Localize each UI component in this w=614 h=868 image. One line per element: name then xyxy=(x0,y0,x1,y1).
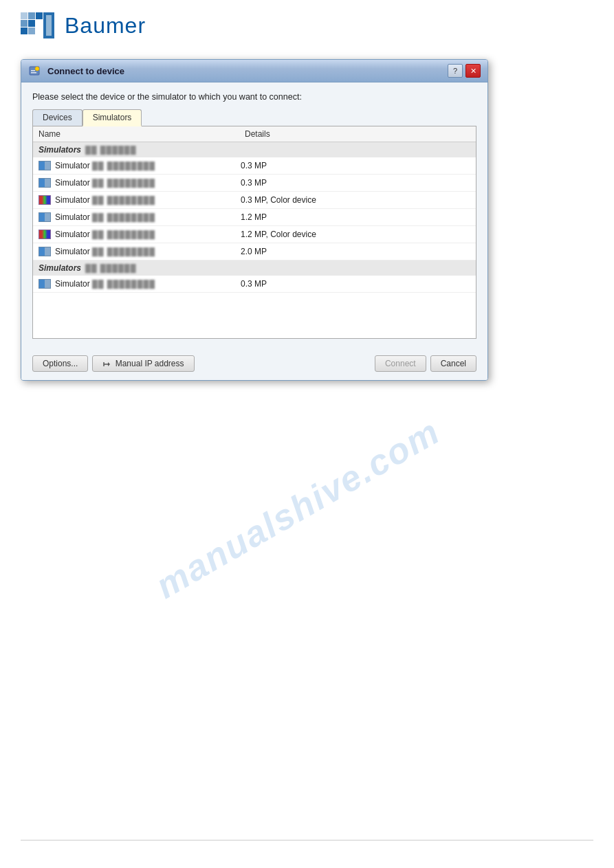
connect-button[interactable]: Connect xyxy=(375,355,426,372)
svg-point-10 xyxy=(35,67,39,71)
svg-rect-5 xyxy=(21,27,28,34)
svg-rect-6 xyxy=(28,27,35,34)
svg-rect-8 xyxy=(46,15,52,36)
svg-rect-0 xyxy=(21,12,28,19)
row-details: 2.0 MP xyxy=(241,247,470,256)
table-row[interactable]: Simulator ██ ████████ 0.3 MP xyxy=(33,175,476,192)
row-details: 0.3 MP xyxy=(241,279,470,289)
table-row[interactable]: Simulator ██ ████████ 0.3 MP xyxy=(33,276,476,293)
watermark: manualshive.com xyxy=(149,410,447,606)
row-details: 1.2 MP, Color device xyxy=(241,230,470,239)
simulator-icon-mono xyxy=(39,178,51,188)
baumer-logo-text: Baumer xyxy=(65,13,146,38)
dialog-instruction: Please select the device or the simulato… xyxy=(32,92,476,102)
page-content: Connect to device ? ✕ Please select the … xyxy=(0,45,614,394)
svg-rect-12 xyxy=(31,72,36,74)
options-button[interactable]: Options... xyxy=(32,355,88,372)
bottom-divider xyxy=(21,840,593,841)
table-row[interactable]: Simulator ██ ████████ 0.3 MP xyxy=(33,157,476,175)
simulator-icon-mono xyxy=(39,161,51,170)
svg-rect-11 xyxy=(31,70,35,71)
simulator-icon-color xyxy=(39,230,51,239)
close-button[interactable]: ✕ xyxy=(465,64,481,78)
tab-devices[interactable]: Devices xyxy=(32,109,83,126)
help-button[interactable]: ? xyxy=(448,64,463,78)
table-row[interactable]: Simulator ██ ████████ 2.0 MP xyxy=(33,243,476,260)
simulator-icon-mono xyxy=(39,247,51,256)
page-header: Baumer xyxy=(0,0,614,45)
row-name: Simulator ██ ████████ xyxy=(55,212,241,222)
row-name: Simulator ██ ████████ xyxy=(55,247,241,256)
device-table[interactable]: Name Details Simulators ██ ██████ Simula… xyxy=(32,126,476,339)
svg-marker-14 xyxy=(108,362,110,366)
simulator-icon-mono xyxy=(39,279,51,289)
titlebar-buttons: ? ✕ xyxy=(448,64,481,78)
dialog-body: Please select the device or the simulato… xyxy=(21,82,487,348)
row-name: Simulator ██ ████████ xyxy=(55,279,241,289)
svg-rect-2 xyxy=(36,12,43,19)
dialog-footer: Options... Manual IP address Connect Can… xyxy=(21,348,487,380)
col-details-header: Details xyxy=(245,129,470,139)
tab-simulators[interactable]: Simulators xyxy=(83,109,142,126)
table-row[interactable]: Simulator ██ ████████ 1.2 MP xyxy=(33,209,476,226)
row-details: 1.2 MP xyxy=(241,212,470,222)
manual-ip-icon xyxy=(102,360,111,368)
simulator-icon-mono xyxy=(39,212,51,222)
section-header-1: Simulators ██ ██████ xyxy=(33,142,476,157)
titlebar-left: Connect to device xyxy=(28,64,124,78)
cancel-button[interactable]: Cancel xyxy=(430,355,476,372)
row-name: Simulator ██ ████████ xyxy=(55,161,241,170)
row-name: Simulator ██ ████████ xyxy=(55,230,241,239)
table-row[interactable]: Simulator ██ ████████ 1.2 MP, Color devi… xyxy=(33,226,476,243)
tabs-container: Devices Simulators xyxy=(32,109,476,126)
dialog-title: Connect to device xyxy=(47,66,124,76)
svg-rect-1 xyxy=(28,12,35,19)
footer-left: Options... Manual IP address xyxy=(32,355,195,372)
row-name: Simulator ██ ████████ xyxy=(55,195,241,205)
footer-right: Connect Cancel xyxy=(375,355,476,372)
section-header-2: Simulators ██ ██████ xyxy=(33,260,476,276)
svg-rect-4 xyxy=(28,20,35,27)
table-header: Name Details xyxy=(33,126,476,142)
col-name-header: Name xyxy=(39,129,245,139)
connect-to-device-dialog: Connect to device ? ✕ Please select the … xyxy=(21,59,488,381)
row-name: Simulator ██ ████████ xyxy=(55,178,241,188)
baumer-logo-icon xyxy=(21,12,56,38)
table-row[interactable]: Simulator ██ ████████ 0.3 MP, Color devi… xyxy=(33,192,476,209)
manual-ip-button[interactable]: Manual IP address xyxy=(92,355,194,372)
svg-rect-3 xyxy=(21,20,28,27)
row-details: 0.3 MP xyxy=(241,178,470,188)
dialog-titlebar: Connect to device ? ✕ xyxy=(21,60,487,82)
dialog-title-icon xyxy=(28,64,42,78)
row-details: 0.3 MP xyxy=(241,161,470,170)
simulator-icon-color xyxy=(39,195,51,205)
row-details: 0.3 MP, Color device xyxy=(241,195,470,205)
